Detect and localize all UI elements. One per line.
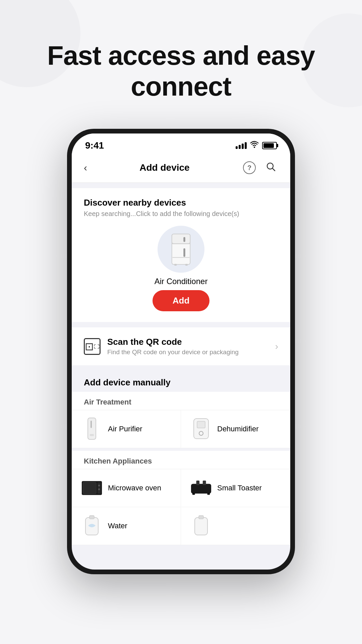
search-button[interactable]	[263, 160, 278, 175]
category-label-air: Air Treatment	[72, 392, 290, 410]
svg-rect-11	[88, 418, 96, 439]
svg-rect-26	[207, 493, 210, 495]
manual-section: Add device manually Air Treatment	[72, 371, 290, 545]
list-item-air-purifier[interactable]: Air Purifier	[72, 410, 181, 448]
dehumidifier-label: Dehumidifier	[217, 425, 259, 433]
svg-rect-10	[185, 264, 188, 266]
wifi-icon	[250, 141, 259, 150]
phone-screen: 9:41	[72, 133, 290, 570]
discover-subtitle: Keep searching...Click to add the follow…	[84, 210, 278, 218]
list-item-dehumidifier[interactable]: Dehumidifier	[181, 410, 290, 448]
help-icon: ?	[243, 161, 256, 174]
svg-rect-4	[172, 234, 190, 244]
water-label: Water	[108, 522, 127, 530]
svg-line-2	[273, 168, 275, 171]
svg-point-0	[254, 147, 255, 148]
device-name: Air Conditioner	[155, 277, 208, 286]
category-grid-air: Air Purifier Dehumidifier	[72, 410, 290, 448]
phone-container: 9:41	[0, 129, 362, 594]
discover-section: Discover nearby devices Keep searching..…	[72, 188, 290, 322]
microwave-label: Microwave oven	[108, 484, 161, 492]
svg-rect-9	[174, 264, 177, 266]
list-item-toaster[interactable]: Small Toaster	[181, 469, 290, 507]
svg-point-20	[98, 485, 100, 487]
page-header: Fast access and easy connect	[0, 0, 362, 129]
page-title: Fast access and easy connect	[27, 40, 335, 102]
manual-section-title: Add device manually	[84, 377, 278, 388]
svg-rect-13	[90, 434, 94, 436]
nav-actions: ?	[242, 160, 278, 175]
qr-subtitle: Find the QR code on your device or packa…	[107, 348, 239, 356]
dehumidifier-icon	[190, 418, 212, 440]
status-icons	[236, 141, 277, 150]
microwave-icon	[81, 477, 103, 499]
device-icon-circle	[158, 226, 204, 273]
help-button[interactable]: ?	[242, 160, 257, 175]
add-device-button[interactable]: Add	[153, 290, 210, 311]
nav-bar: ‹ Add device ?	[72, 154, 290, 183]
signal-icon	[236, 142, 247, 149]
list-item-water[interactable]: Water	[72, 507, 181, 545]
manual-section-header: Add device manually	[72, 371, 290, 392]
svg-rect-22	[191, 484, 211, 493]
category-kitchen: Kitchen Appliances	[72, 451, 290, 545]
nav-title: Add device	[139, 162, 189, 173]
list-item-microwave[interactable]: Microwave oven	[72, 469, 181, 507]
svg-rect-19	[98, 482, 101, 494]
category-label-kitchen: Kitchen Appliances	[72, 451, 290, 469]
search-icon	[266, 162, 276, 174]
svg-rect-6	[183, 237, 185, 242]
discover-title: Discover nearby devices	[84, 198, 278, 208]
fridge-icon	[168, 232, 194, 266]
toaster-label: Small Toaster	[217, 484, 262, 492]
svg-rect-18	[83, 482, 97, 494]
status-bar: 9:41	[72, 133, 290, 154]
svg-rect-25	[192, 493, 195, 495]
air-purifier-label: Air Purifier	[108, 425, 142, 433]
svg-rect-16	[197, 421, 205, 428]
qr-title: Scan the QR code	[107, 337, 239, 347]
device-card: Air Conditioner Add	[84, 226, 278, 311]
qr-scan-icon	[84, 338, 101, 355]
status-time: 9:41	[85, 140, 104, 151]
qr-section[interactable]: Scan the QR code Find the QR code on you…	[72, 327, 290, 365]
svg-rect-29	[195, 518, 207, 535]
placeholder-icon	[190, 515, 212, 537]
svg-rect-30	[199, 516, 203, 519]
svg-rect-23	[196, 481, 199, 485]
phone-frame: 9:41	[67, 129, 295, 574]
list-item-placeholder[interactable]	[181, 507, 290, 545]
air-purifier-icon	[81, 418, 103, 440]
svg-rect-12	[90, 421, 92, 428]
back-button[interactable]: ‹	[84, 162, 87, 173]
svg-rect-7	[183, 248, 185, 257]
chevron-right-icon: ›	[275, 341, 278, 352]
category-air-treatment: Air Treatment Air Purifier	[72, 392, 290, 448]
svg-rect-24	[203, 481, 206, 485]
battery-icon	[262, 142, 277, 149]
svg-rect-28	[89, 516, 94, 519]
category-grid-kitchen: Microwave oven	[72, 469, 290, 545]
toaster-icon	[190, 477, 212, 499]
water-icon	[81, 515, 103, 537]
svg-point-21	[98, 488, 100, 490]
